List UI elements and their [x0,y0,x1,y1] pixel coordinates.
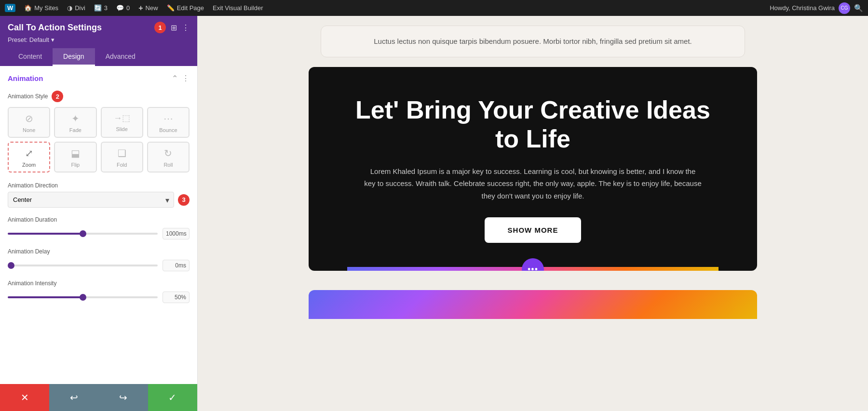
step-badge-2: 2 [52,91,63,102]
save-button[interactable]: ✓ [148,384,197,411]
redo-icon: ↪ [119,392,127,403]
bottom-rainbow-card [309,290,757,319]
top-card: Luctus lectus non quisque tarpis bibendu… [321,26,745,57]
anim-zoom[interactable]: ⤢ Zoom [8,142,50,172]
updates-menu[interactable]: 🔄 3 [94,4,108,12]
animation-style-label: Animation Style 2 [8,91,190,102]
anim-flip[interactable]: ⬓ Flip [54,142,96,172]
anim-fold[interactable]: ❑ Fold [101,142,143,172]
content-area: Luctus lectus non quisque tarpis bibendu… [198,16,868,319]
preset-dropdown[interactable]: Preset: Default ▾ [8,36,190,43]
step-badge-3: 3 [178,194,190,206]
avatar: CG [839,2,850,14]
delay-slider[interactable] [8,265,158,266]
zoom-icon: ⤢ [25,147,33,159]
tab-content[interactable]: Content [8,48,53,66]
collapse-icon[interactable]: ⌃ [172,74,178,83]
direction-select[interactable]: Center Top Bottom Left Right [8,192,174,208]
animation-direction-section: Animation Direction Center Top Bottom Le… [8,182,190,208]
duration-label: Animation Duration [8,216,190,223]
step-badge-1: 1 [154,22,166,33]
animation-duration-section: Animation Duration 1000ms [8,216,190,239]
section-actions: ⌃ ⋮ [172,74,190,83]
anim-roll[interactable]: ↻ Roll [147,142,190,172]
animation-section-header: Animation ⌃ ⋮ [8,74,190,83]
top-bar-right: Howdy, Christina Gwira CG 🔍 [770,2,863,14]
more-options-icon[interactable]: ⋮ [182,23,190,32]
left-panel: Call To Action Settings 1 ⊞ ⋮ Preset: De… [0,16,198,411]
none-icon: ⊘ [25,113,33,124]
animation-intensity-section: Animation Intensity 50% [8,280,190,303]
undo-button[interactable]: ↩ [49,384,98,411]
dots-icon: ••• [528,265,538,271]
panel-title: Call To Action Settings [8,23,102,33]
direction-label: Animation Direction [8,182,190,189]
delay-value: 0ms [163,260,190,271]
intensity-value: 50% [163,292,190,303]
new-menu[interactable]: + New [138,4,158,13]
top-bar: W 🏠 My Sites ◑ Divi 🔄 3 💬 0 + New ✏️ Edi… [0,0,868,16]
fold-icon: ❑ [118,147,126,159]
divi-icon: ◑ [67,4,72,12]
cancel-icon: ✕ [21,392,29,403]
cancel-button[interactable]: ✕ [0,384,49,411]
anim-fade[interactable]: ✦ Fade [54,107,96,138]
fade-icon: ✦ [71,113,80,124]
user-label: Howdy, Christina Gwira [770,4,835,12]
tab-row: Content Design Advanced [8,48,190,66]
anim-slide[interactable]: →⬚ Slide [101,107,143,138]
exit-visual-builder-button[interactable]: Exit Visual Builder [213,4,263,12]
panel-content: Animation ⌃ ⋮ Animation Style 2 ⊘ None ✦… [0,66,197,384]
right-content: Luctus lectus non quisque tarpis bibendu… [198,16,868,411]
animation-delay-section: Animation Delay 0ms [8,248,190,271]
pencil-icon: ✏️ [167,4,175,12]
bounce-icon: ⋯ [163,113,173,124]
top-card-text: Luctus lectus non quisque tarpis bibendu… [336,36,730,47]
cta-title: Let' Bring Your Creative Ideas to Life [347,96,719,154]
tab-design[interactable]: Design [53,48,95,66]
section-more-icon[interactable]: ⋮ [182,74,190,83]
cta-button[interactable]: SHOW MORE [485,217,582,243]
duration-value: 1000ms [163,228,190,239]
animation-style-grid: ⊘ None ✦ Fade →⬚ Slide ⋯ Bounce ⤢ Zoom [8,107,190,172]
cta-section: Let' Bring Your Creative Ideas to Life L… [309,67,757,271]
comments-menu[interactable]: 💬 0 [116,4,130,12]
section-title: Animation [8,74,43,82]
plus-icon: + [138,4,143,13]
panel-header: Call To Action Settings 1 ⊞ ⋮ Preset: De… [0,16,197,66]
anim-none[interactable]: ⊘ None [8,107,50,138]
cta-text: Lorem Khaled Ipsum is a major key to suc… [364,165,702,202]
intensity-slider[interactable] [8,296,158,298]
comment-icon: 💬 [116,4,124,12]
slide-icon: →⬚ [113,113,130,123]
responsive-icon[interactable]: ⊞ [171,23,177,32]
roll-icon: ↻ [164,147,172,159]
floating-dots-button[interactable]: ••• [522,258,544,271]
redo-button[interactable]: ↪ [99,384,148,411]
divi-menu[interactable]: ◑ Divi [67,4,85,12]
my-sites-menu[interactable]: 🏠 My Sites [24,4,58,12]
anim-bounce[interactable]: ⋯ Bounce [147,107,190,138]
intensity-label: Animation Intensity [8,280,190,287]
panel-bottom-buttons: ✕ ↩ ↪ ✓ [0,384,197,411]
home-icon: 🏠 [24,4,32,12]
delay-label: Animation Delay [8,248,190,255]
main-layout: Call To Action Settings 1 ⊞ ⋮ Preset: De… [0,16,868,411]
search-icon[interactable]: 🔍 [854,4,863,13]
flip-icon: ⬓ [71,147,80,159]
tab-advanced[interactable]: Advanced [95,48,146,66]
refresh-icon: 🔄 [94,4,102,12]
panel-title-icons: 1 ⊞ ⋮ [154,22,190,33]
duration-slider[interactable] [8,233,158,235]
wp-icon[interactable]: W [5,4,15,12]
undo-icon: ↩ [70,392,78,403]
save-icon: ✓ [168,392,176,403]
edit-page-button[interactable]: ✏️ Edit Page [167,4,204,12]
